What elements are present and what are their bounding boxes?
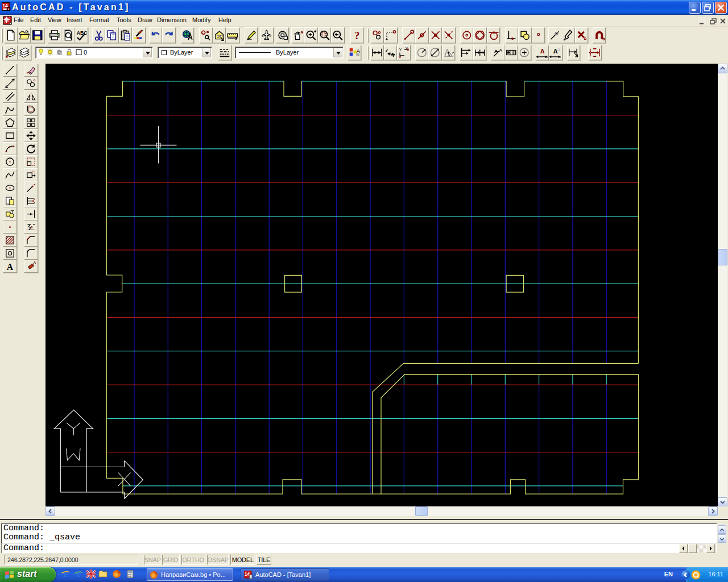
svg-text:Y: Y	[399, 48, 402, 52]
svg-text:e: e	[64, 569, 68, 579]
svg-text:A: A	[499, 48, 502, 53]
svg-text:A: A	[357, 48, 361, 54]
svg-text:A: A	[557, 47, 561, 52]
svg-text:A: A	[7, 262, 14, 272]
svg-text:?: ?	[354, 30, 359, 41]
svg-text:A: A	[540, 48, 544, 55]
svg-text:ABC: ABC	[77, 30, 88, 36]
svg-text:e: e	[77, 569, 81, 579]
svg-text:.1: .1	[512, 50, 516, 55]
